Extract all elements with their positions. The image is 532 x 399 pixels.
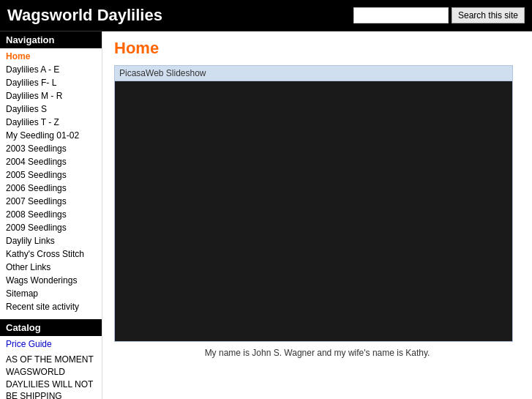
nav-item-2007-seedlings[interactable]: 2007 Seedlings	[0, 195, 102, 208]
main-content: Home PicasaWeb Slideshow My name is John…	[102, 31, 532, 399]
search-area: Search this site	[353, 7, 525, 23]
nav-item-other-links[interactable]: Other Links	[0, 261, 102, 274]
catalog-items-container: Price Guide	[0, 338, 102, 351]
nav-item-recent-site-activity[interactable]: Recent site activity	[0, 300, 102, 313]
nav-item-daylilies-s[interactable]: Daylilies S	[0, 102, 102, 116]
nav-section-title: Navigation	[0, 31, 102, 48]
search-button[interactable]: Search this site	[452, 7, 525, 23]
nav-item-wags-wonderings[interactable]: Wags Wonderings	[0, 274, 102, 287]
page-title: Home	[114, 39, 520, 58]
catalog-item-price-guide[interactable]: Price Guide	[0, 338, 102, 351]
nav-item-daylily-links[interactable]: Daylily Links	[0, 234, 102, 247]
nav-items-container: HomeDaylilies A - EDaylilies F- LDaylili…	[0, 50, 102, 313]
slideshow-box: PicasaWeb Slideshow	[114, 65, 513, 342]
nav-item-daylilies-a---e[interactable]: Daylilies A - E	[0, 63, 102, 76]
slideshow-content	[115, 81, 512, 341]
layout: Navigation HomeDaylilies A - EDaylilies …	[0, 31, 532, 399]
nav-item-2005-seedlings[interactable]: 2005 Seedlings	[0, 168, 102, 182]
nav-item-home[interactable]: Home	[0, 50, 102, 63]
nav-item-daylilies-t---z[interactable]: Daylilies T - Z	[0, 116, 102, 129]
nav-item-kathys-cross-stitch[interactable]: Kathy's Cross Stitch	[0, 247, 102, 261]
nav-item-daylilies-f--l[interactable]: Daylilies F- L	[0, 76, 102, 89]
nav-item-2009-seedlings[interactable]: 2009 Seedlings	[0, 221, 102, 234]
catalog-text: AS OF THE MOMENT WAGSWORLD DAYLILIES WIL…	[0, 351, 102, 399]
nav-item-2006-seedlings[interactable]: 2006 Seedlings	[0, 182, 102, 195]
slideshow-title-bar: PicasaWeb Slideshow	[115, 66, 512, 81]
nav-item-my-seedling-01-02[interactable]: My Seedling 01-02	[0, 129, 102, 142]
site-title: Wagsworld Daylilies	[7, 6, 162, 25]
nav-item-2004-seedlings[interactable]: 2004 Seedlings	[0, 155, 102, 168]
nav-item-2003-seedlings[interactable]: 2003 Seedlings	[0, 142, 102, 155]
sidebar: Navigation HomeDaylilies A - EDaylilies …	[0, 31, 102, 399]
nav-item-daylilies-m---r[interactable]: Daylilies M - R	[0, 89, 102, 102]
search-input[interactable]	[353, 7, 449, 23]
nav-item-sitemap[interactable]: Sitemap	[0, 287, 102, 300]
header: Wagsworld Daylilies Search this site	[0, 0, 532, 31]
nav-item-2008-seedlings[interactable]: 2008 Seedlings	[0, 208, 102, 221]
catalog-section-title: Catalog	[0, 319, 102, 336]
bottom-text: My name is John S. Wagner and my wife's …	[114, 348, 520, 358]
